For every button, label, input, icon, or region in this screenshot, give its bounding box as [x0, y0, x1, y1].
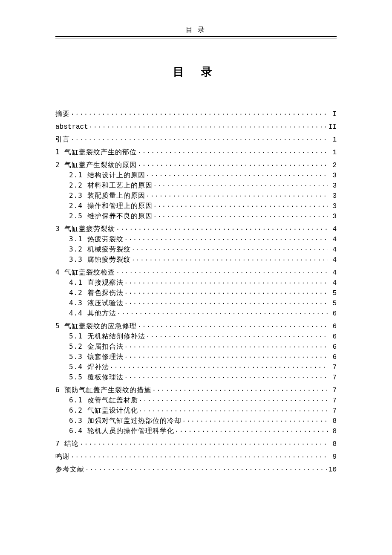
- toc-entry: 6.2 气缸盖设计优化7: [55, 406, 337, 414]
- document-page: 目 录 目 录 摘要IabstractII引言11 气缸盖裂纹产生的部位12 气…: [0, 0, 392, 555]
- toc-entry-page: 9: [329, 454, 337, 460]
- running-header-text: 目 录: [186, 26, 206, 33]
- toc-entry: 6.4 轮机人员的操作管理科学化8: [55, 426, 337, 435]
- toc-entry: 2.3 装配质量上的原因3: [55, 191, 337, 199]
- toc-entry-page: 6: [329, 344, 337, 350]
- toc-entry-label: 6.4 轮机人员的操作管理科学化: [69, 428, 174, 434]
- toc-entry-label: 3 气缸盖疲劳裂纹: [55, 225, 115, 232]
- toc-group: 4 气缸盖裂纹检查44.1 直接观察法44.2 着色探伤法54.3 液压试验法5…: [55, 268, 337, 317]
- toc-dot-leader: [153, 181, 328, 188]
- toc-entry-page: 7: [329, 374, 337, 381]
- toc-entry-page: 1: [329, 136, 337, 143]
- toc-entry-label: abstract: [55, 124, 88, 130]
- toc-dot-leader: [124, 288, 328, 295]
- toc-dot-leader: [153, 201, 328, 208]
- toc-dot-leader: [124, 342, 328, 349]
- toc-entry-page: 5: [329, 300, 337, 307]
- toc-entry: 5.2 金属扣合法6: [55, 342, 337, 350]
- toc-group: 摘要I: [55, 109, 337, 118]
- toc-entry: 5 气缸盖裂纹的应急修理6: [55, 321, 337, 330]
- toc-entry-page: 6: [329, 333, 337, 340]
- toc-entry-page: 8: [329, 441, 337, 448]
- toc-entry-label: 2 气缸盖产生裂纹的原因: [55, 162, 137, 168]
- toc-entry-label: 参考文献: [55, 466, 84, 473]
- toc-entry-page: 4: [329, 226, 337, 233]
- toc-dot-leader: [71, 452, 328, 459]
- toc-entry-page: 6: [329, 354, 337, 361]
- toc-entry-label: 3.3 腐蚀疲劳裂纹: [69, 256, 131, 263]
- toc-group: abstractII: [55, 122, 337, 130]
- toc-entry-page: 5: [329, 290, 337, 297]
- toc-entry: 5.3 镶套修理法6: [55, 352, 337, 361]
- toc-entry-label: 摘要: [55, 110, 70, 117]
- toc-entry: 参考文献10: [55, 465, 337, 473]
- toc-entry-label: 5 气缸盖裂纹的应急修理: [55, 323, 137, 330]
- toc-dot-leader: [146, 332, 328, 338]
- toc-entry: 1 气缸盖裂纹产生的部位1: [55, 147, 337, 156]
- toc-entry: 5.4 焊补法7: [55, 362, 337, 371]
- toc-dot-leader: [85, 465, 328, 471]
- toc-entry-page: 1: [329, 149, 337, 156]
- toc-entry-label: 5.5 覆板修理法: [69, 374, 124, 381]
- toc-entry-label: 6.1 改善气缸盖材质: [69, 397, 138, 404]
- toc-entry-label: 4 气缸盖裂纹检查: [55, 269, 115, 276]
- toc-dot-leader: [124, 278, 328, 285]
- toc-entry-page: 10: [329, 466, 337, 473]
- toc-dot-leader: [89, 122, 328, 129]
- toc-entry-label: 引言: [55, 136, 70, 143]
- toc-dot-leader: [139, 396, 328, 402]
- toc-entry: 3.1 热疲劳裂纹4: [55, 234, 337, 243]
- toc-entry: 4.3 液压试验法5: [55, 298, 337, 307]
- toc-entry-page: 8: [329, 428, 337, 435]
- toc-group: 7 结论8: [55, 439, 337, 448]
- toc-entry-label: 3.2 机械疲劳裂纹: [69, 246, 131, 253]
- toc-dot-leader: [139, 406, 328, 413]
- toc-dot-leader: [124, 234, 328, 241]
- header-rule-thick: [55, 36, 337, 37]
- toc-dot-leader: [116, 224, 328, 231]
- toc-dot-leader: [124, 298, 328, 305]
- toc-entry: 7 结论8: [55, 439, 337, 448]
- toc-entry: 2.4 操作和管理上的原因3: [55, 201, 337, 210]
- toc-entry-page: 7: [329, 397, 337, 404]
- toc-entry-page: 7: [329, 364, 337, 371]
- toc-entry-page: 6: [329, 323, 337, 330]
- toc-entry: 5.1 无机粘结剂修补法6: [55, 332, 337, 340]
- toc-entry-page: 4: [329, 246, 337, 253]
- toc-entry: 3.2 机械疲劳裂纹4: [55, 245, 337, 253]
- toc-entry-label: 6 预防气缸盖产生裂纹的措施: [55, 387, 151, 393]
- toc-entry-page: 7: [329, 387, 337, 394]
- toc-entry-page: 3: [329, 213, 337, 220]
- toc-dot-leader: [138, 147, 328, 154]
- toc-entry: abstractII: [55, 122, 337, 130]
- toc-entry: 2 气缸盖产生裂纹的原因2: [55, 160, 337, 169]
- toc-entry: 鸣谢9: [55, 452, 337, 460]
- toc-entry-page: 3: [329, 203, 337, 210]
- toc-dot-leader: [110, 362, 328, 369]
- toc-entry: 4.4 其他方法6: [55, 309, 337, 317]
- toc-entry-label: 1 气缸盖裂纹产生的部位: [55, 149, 137, 156]
- toc-group: 3 气缸盖疲劳裂纹43.1 热疲劳裂纹43.2 机械疲劳裂纹43.3 腐蚀疲劳裂…: [55, 224, 337, 263]
- toc-entry-label: 2.1 结构设计上的原因: [69, 172, 145, 179]
- toc-dot-leader: [182, 416, 328, 423]
- table-of-contents: 摘要IabstractII引言11 气缸盖裂纹产生的部位12 气缸盖产生裂纹的原…: [55, 109, 337, 473]
- toc-group: 鸣谢9: [55, 452, 337, 460]
- toc-group: 2 气缸盖产生裂纹的原因22.1 结构设计上的原因32.2 材料和工艺上的原因3…: [55, 160, 337, 220]
- toc-dot-leader: [146, 171, 328, 177]
- toc-entry: 2.1 结构设计上的原因3: [55, 171, 337, 179]
- toc-entry-label: 4.2 着色探伤法: [69, 289, 124, 296]
- toc-entry-label: 3.1 热疲劳裂纹: [69, 236, 124, 243]
- toc-entry-label: 4.3 液压试验法: [69, 300, 124, 306]
- toc-group: 5 气缸盖裂纹的应急修理65.1 无机粘结剂修补法65.2 金属扣合法65.3 …: [55, 321, 337, 381]
- toc-entry-page: 3: [329, 182, 337, 189]
- toc-entry-label: 2.4 操作和管理上的原因: [69, 202, 153, 209]
- toc-entry-page: I: [329, 111, 337, 118]
- toc-entry-page: 4: [329, 269, 337, 276]
- toc-entry-label: 2.5 维护保养不良的原因: [69, 213, 153, 220]
- toc-group: 6 预防气缸盖产生裂纹的措施76.1 改善气缸盖材质76.2 气缸盖设计优化76…: [55, 385, 337, 435]
- toc-entry-label: 5.1 无机粘结剂修补法: [69, 333, 145, 340]
- toc-dot-leader: [132, 245, 328, 251]
- toc-dot-leader: [71, 135, 328, 142]
- toc-entry: 3.3 腐蚀疲劳裂纹4: [55, 255, 337, 263]
- toc-entry-label: 2.2 材料和工艺上的原因: [69, 182, 153, 189]
